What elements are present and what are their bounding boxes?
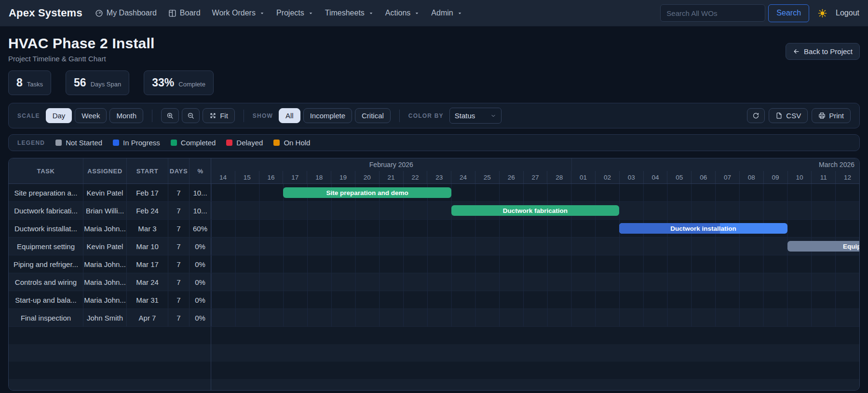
day-header-cell: 04 <box>643 171 667 183</box>
toolbar-divider <box>152 110 152 122</box>
csv-export-button[interactable]: CSV <box>769 108 808 123</box>
refresh-button[interactable] <box>747 108 765 123</box>
empty-left-area <box>9 344 211 362</box>
day-header-cell: 23 <box>427 171 451 183</box>
day-header-cell: 28 <box>547 171 571 183</box>
zoom-out-button[interactable] <box>182 108 200 123</box>
color-by-label: COLOR BY <box>408 112 444 119</box>
task-name-cell: Start-up and bala... <box>9 291 83 309</box>
gantt-row-chart <box>211 255 859 273</box>
gantt-bar-label: Equipment setting <box>839 243 859 250</box>
nav-item-projects[interactable]: Projects <box>276 9 313 17</box>
show-button-group: AllIncompleteCritical <box>279 108 391 123</box>
search-input[interactable] <box>660 4 765 22</box>
days-cell: 7 <box>168 291 190 309</box>
assigned-cell: Kevin Patel <box>83 238 127 255</box>
nav-item-work-orders[interactable]: Work Orders <box>212 9 265 17</box>
gantt-row: Piping and refriger...Maria John...Mar 1… <box>9 255 859 273</box>
caret-down-icon <box>259 11 265 16</box>
legend-swatch <box>273 140 280 146</box>
gantt-row-chart <box>211 273 859 291</box>
gantt-row-chart: Equipment setting <box>211 238 859 255</box>
color-by-select[interactable]: Status <box>449 108 502 124</box>
gantt-row: Site preparation a...Kevin PatelFeb 1771… <box>9 184 859 202</box>
days-cell: 7 <box>168 202 190 219</box>
stat-value: 56 <box>74 76 86 89</box>
start-cell: Feb 24 <box>127 202 168 219</box>
days-cell: 7 <box>168 273 190 291</box>
day-header-cell: 15 <box>235 171 259 183</box>
navbar-right: Search Logout <box>660 4 859 22</box>
nav-menu: My DashboardBoardWork OrdersProjectsTime… <box>95 9 462 17</box>
days-cell: 7 <box>168 238 190 255</box>
page-title: HVAC Phase 2 Install <box>8 35 155 52</box>
stat-label: Tasks <box>27 81 43 88</box>
gantt-row: Final inspectionJohn SmithApr 770% <box>9 309 859 327</box>
day-header-cell: 09 <box>763 171 787 183</box>
day-header-cell: 16 <box>259 171 283 183</box>
nav-item-my-dashboard[interactable]: My Dashboard <box>95 9 157 17</box>
timeline-day-row: 1415161718192021222324252627280102030405… <box>211 171 859 183</box>
task-name-cell: Equipment setting <box>9 238 83 255</box>
back-to-project-button[interactable]: Back to Project <box>786 43 860 60</box>
print-button-label: Print <box>829 112 844 120</box>
gantt-bar-ductwork-fabricati[interactable]: Ductwork fabrication <box>451 205 619 216</box>
empty-chart-area <box>211 344 859 362</box>
day-header-cell: 02 <box>595 171 619 183</box>
search-button[interactable]: Search <box>768 4 809 22</box>
nav-item-admin[interactable]: Admin <box>431 9 462 17</box>
start-cell: Feb 17 <box>127 184 168 201</box>
start-cell: Mar 10 <box>127 238 168 255</box>
nav-item-label: Board <box>180 9 201 17</box>
stat-label: Days Span <box>91 81 122 88</box>
toolbar-divider <box>244 110 244 122</box>
gantt-row-chart <box>211 309 859 326</box>
percent-cell: 0% <box>190 309 211 326</box>
legend-item-label: In Progress <box>123 139 160 147</box>
nav-item-timesheets[interactable]: Timesheets <box>325 9 374 17</box>
fit-icon <box>209 112 217 119</box>
zoom-in-button[interactable] <box>161 108 179 123</box>
task-name-cell: Piping and refriger... <box>9 255 83 273</box>
show-button-all[interactable]: All <box>279 108 300 123</box>
show-button-critical[interactable]: Critical <box>355 108 391 123</box>
gantt-empty-row <box>9 362 859 379</box>
stat-label: Complete <box>178 81 205 88</box>
nav-item-label: Actions <box>385 9 410 17</box>
scale-button-week[interactable]: Week <box>75 108 107 123</box>
gantt-empty-row <box>9 379 859 391</box>
scale-label: SCALE <box>17 112 40 119</box>
column-header-start: START <box>127 158 168 183</box>
fit-button[interactable]: Fit <box>203 108 235 123</box>
gantt-bar-equipment-setting[interactable]: Equipment setting <box>787 241 859 252</box>
day-header-cell: 07 <box>715 171 739 183</box>
logout-link[interactable]: Logout <box>836 9 859 17</box>
nav-item-label: My Dashboard <box>107 9 157 17</box>
gantt-row: Start-up and bala...Maria John...Mar 317… <box>9 291 859 309</box>
gantt-bar-site-preparation-a[interactable]: Site preparation and demo <box>283 187 451 198</box>
toolbar-right: CSV Print <box>747 108 851 123</box>
scale-button-month[interactable]: Month <box>109 108 143 123</box>
nav-item-label: Work Orders <box>212 9 256 17</box>
nav-item-board[interactable]: Board <box>168 9 201 17</box>
nav-item-actions[interactable]: Actions <box>385 9 420 17</box>
legend-item-label: Delayed <box>236 139 263 147</box>
timeline-header: February 2026March 202614151617181920212… <box>211 158 859 183</box>
day-header-cell: 11 <box>811 171 835 183</box>
days-cell: 7 <box>168 184 190 201</box>
day-header-cell: 27 <box>523 171 547 183</box>
gantt-bar-ductwork-installat[interactable]: Ductwork installation <box>619 223 787 234</box>
show-button-incomplete[interactable]: Incomplete <box>303 108 352 123</box>
legend-item-in-progress: In Progress <box>113 139 160 147</box>
status-legend: LEGEND Not StartedIn ProgressCompletedDe… <box>8 134 860 151</box>
print-button[interactable]: Print <box>812 108 851 123</box>
stat-value: 8 <box>16 76 23 89</box>
app-brand: Apex Systems <box>9 7 82 19</box>
page-header: HVAC Phase 2 Install Project Timeline & … <box>0 27 868 63</box>
scale-button-day[interactable]: Day <box>46 108 72 123</box>
gantt-row-chart: Ductwork fabrication <box>211 202 859 219</box>
day-header-cell: 24 <box>451 171 475 183</box>
empty-left-area <box>9 327 211 344</box>
sun-icon[interactable] <box>818 9 827 18</box>
show-label: SHOW <box>253 112 273 119</box>
